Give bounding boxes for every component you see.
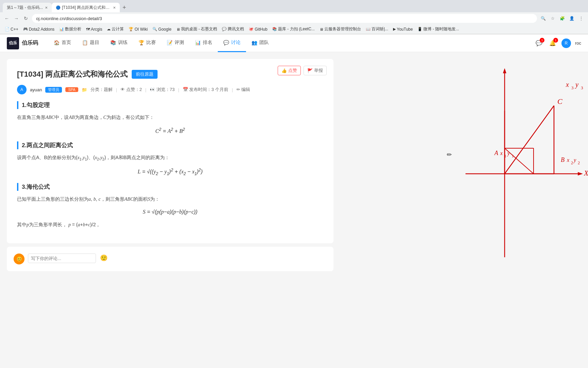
- section-2-title: 2.两点之间距离公式: [17, 141, 323, 149]
- bookmark-label: 数据分析: [65, 26, 81, 32]
- emoji-button[interactable]: 🙂: [100, 255, 108, 261]
- ranking-icon: 📊: [195, 40, 201, 45]
- bookmark-cloud-server[interactable]: 🖥 云服务器管理控制台: [317, 26, 363, 33]
- bookmark-dota2[interactable]: 🎮 Dota2 Addons: [21, 26, 56, 32]
- nav-home[interactable]: 🏠 首页: [48, 34, 77, 52]
- nav-judge[interactable]: 📝 评测: [161, 34, 190, 52]
- svg-text:y: y: [575, 81, 578, 89]
- extensions-button[interactable]: 🧩: [558, 14, 566, 22]
- report-button[interactable]: 🚩 举报: [304, 66, 327, 75]
- address-input[interactable]: [32, 14, 537, 23]
- nav-training-label: 训练: [118, 40, 128, 46]
- goto-button[interactable]: 前往原题: [132, 70, 158, 79]
- cpp-icon: 📄: [5, 27, 10, 31]
- bookmark-label: Dota2 Addons: [29, 27, 54, 32]
- logo-text: 伯乐码: [22, 40, 38, 47]
- admin-tag: 管理员: [45, 87, 62, 93]
- tab-active[interactable]: 🔵 [T1034] 两点距离公式和海伦公式 ✕: [52, 3, 120, 12]
- logo-box: 伯乐: [7, 37, 19, 49]
- svg-text:1: 1: [512, 154, 514, 158]
- tab-close-2[interactable]: ✕: [113, 6, 116, 10]
- article-title-text: [T1034] 两点距离公式和海伦公式: [17, 69, 128, 79]
- bookmark-label: 腾讯文档: [228, 26, 244, 32]
- svg-text:A: A: [494, 150, 499, 156]
- svg-text:1: 1: [504, 154, 506, 158]
- tencent-icon: 💬: [222, 27, 227, 31]
- bookmark-label: 题库 - 力扣 (LeetC...: [278, 26, 315, 32]
- browser-actions: 🔍 ☆ 🧩 👤 ⋮: [539, 14, 585, 22]
- nav-ranking[interactable]: 📊 排名: [190, 34, 218, 52]
- author-name: ayuan: [30, 87, 42, 92]
- bookmark-tencent[interactable]: 💬 腾讯文档: [220, 26, 246, 33]
- nav-team[interactable]: 👥 团队: [246, 34, 274, 52]
- bookmark-button[interactable]: ☆: [549, 14, 557, 22]
- section-1-title: 1.勾股定理: [17, 101, 323, 109]
- site-nav: 🏠 首页 📋 题目 📚 训练 🏆 比赛 📝 评测 📊 排名 💬 讨论 👥: [48, 34, 534, 52]
- dota2-icon: 🎮: [23, 27, 28, 31]
- bookmark-github[interactable]: 🐙 GitHub: [247, 26, 269, 32]
- formula-1: C2 = A2 + B2: [17, 127, 323, 134]
- bookmark-data[interactable]: 📊 数据分析: [57, 26, 83, 33]
- site-logo[interactable]: 伯乐 伯乐码: [7, 37, 38, 49]
- nav-judge-label: 评测: [175, 40, 184, 46]
- bookmark-cpp[interactable]: 📄 C++: [3, 26, 20, 32]
- shimo-icon: 🖥: [176, 27, 180, 31]
- menu-button[interactable]: ⋮: [577, 14, 585, 22]
- like-button[interactable]: 👍 点赞: [278, 66, 301, 75]
- bookmark-label: C++: [11, 27, 18, 32]
- comment-input[interactable]: [28, 254, 96, 263]
- bookmark-arcgis[interactable]: 🗺 Arcgis: [84, 26, 104, 32]
- bookmark-label: Google: [158, 27, 172, 32]
- problems-icon: 📋: [82, 40, 88, 45]
- leetcode-icon: 📚: [272, 27, 277, 31]
- svg-marker-3: [578, 172, 583, 175]
- bookmark-google[interactable]: 🔍 Google: [150, 26, 174, 32]
- bookmark-label: YouTube: [397, 27, 413, 32]
- bookmark-youtube[interactable]: ▶ YouTube: [391, 26, 415, 32]
- annotation-overlay: C A x 1 y 1 B x 2 y 2 x 3 y 3 X ✏: [445, 53, 588, 291]
- site-header: 伯乐 伯乐码 🏠 首页 📋 题目 📚 训练 🏆 比赛 📝 评测 📊 排名: [0, 34, 588, 52]
- tab-bar: 第1～7题 - 伯乐码... ✕ 🔵 [T1034] 两点距离公式和海伦公式 ✕…: [0, 0, 588, 12]
- flag-icon: 🚩: [307, 68, 313, 73]
- nav-discussion-label: 讨论: [231, 40, 241, 46]
- bookmark-cloud[interactable]: ☁ 云计算: [105, 26, 126, 33]
- bookmark-oiwiki[interactable]: 🏆 OI Wiki: [127, 26, 150, 32]
- back-button[interactable]: ←: [3, 14, 11, 22]
- tab-inactive[interactable]: 第1～7题 - 伯乐码... ✕: [3, 3, 52, 12]
- section-2-text: 设两个点A、B的坐标分别为(x1,y1)、(x2,y2)，则A和B两点之间的距离…: [17, 153, 323, 163]
- comment-input-wrap: 🙂: [28, 254, 327, 263]
- nav-discussion[interactable]: 💬 讨论: [218, 34, 246, 52]
- baicizhan-icon: 📖: [366, 27, 371, 31]
- edit-label: ✏ 编辑: [236, 87, 250, 93]
- article-meta: A ayuan 管理员 SPA 📁 分类：题解 | 👁 点赞：2 | 👀 浏览：…: [17, 85, 323, 94]
- message-badge: 1: [540, 38, 544, 43]
- notification-icon[interactable]: 🔔 1: [548, 39, 557, 48]
- forward-button[interactable]: →: [12, 14, 20, 22]
- report-label: 举报: [314, 67, 323, 74]
- profile-button[interactable]: 👤: [568, 14, 576, 22]
- svg-text:✏: ✏: [447, 151, 452, 158]
- nav-team-label: 团队: [259, 40, 269, 46]
- spa-tag: SPA: [65, 87, 78, 92]
- article-card: 👍 点赞 🚩 举报 [T1034] 两点距离公式和海伦公式 前往原题 A ayu…: [7, 59, 333, 243]
- author-avatar: A: [17, 85, 27, 94]
- new-tab-button[interactable]: +: [121, 4, 128, 11]
- bookmark-baicizhan[interactable]: 📖 百词斩|...: [364, 26, 390, 33]
- tab-title-2: [T1034] 两点距离公式和海伦公式: [62, 5, 111, 11]
- reload-button[interactable]: ↻: [22, 14, 30, 22]
- tab-close-1[interactable]: ✕: [45, 6, 48, 10]
- bookmark-leetcode[interactable]: 📚 题库 - 力扣 (LeetC...: [270, 26, 317, 33]
- svg-text:B: B: [561, 156, 565, 163]
- nav-contest[interactable]: 🏆 比赛: [133, 34, 161, 52]
- svg-text:y: y: [507, 150, 510, 156]
- zoom-button[interactable]: 🔍: [539, 14, 547, 22]
- nav-training[interactable]: 📚 训练: [105, 34, 133, 52]
- message-icon[interactable]: 💬 1: [534, 39, 544, 48]
- like-label: 点赞: [288, 67, 297, 74]
- bookmark-weibo[interactable]: 📱 微博 - 随时随地发...: [415, 26, 461, 33]
- nav-problems-label: 题目: [90, 40, 99, 46]
- bookmark-label: 我的桌面 - 石墨文档: [181, 26, 217, 32]
- user-avatar[interactable]: R: [561, 39, 571, 48]
- bookmark-shimo[interactable]: 🖥 我的桌面 - 石墨文档: [174, 26, 219, 33]
- nav-problems[interactable]: 📋 题目: [77, 34, 105, 52]
